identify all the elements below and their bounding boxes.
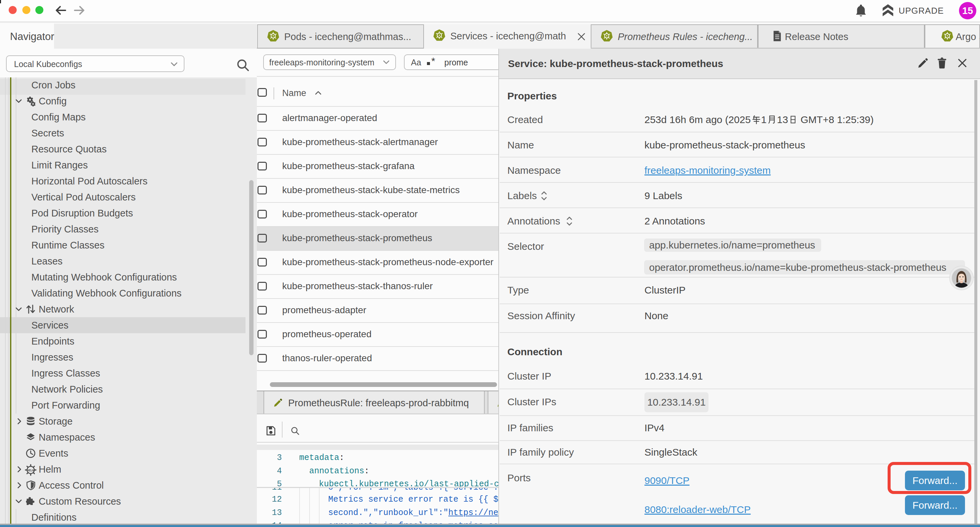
- svg-text:HELM: HELM: [27, 469, 35, 472]
